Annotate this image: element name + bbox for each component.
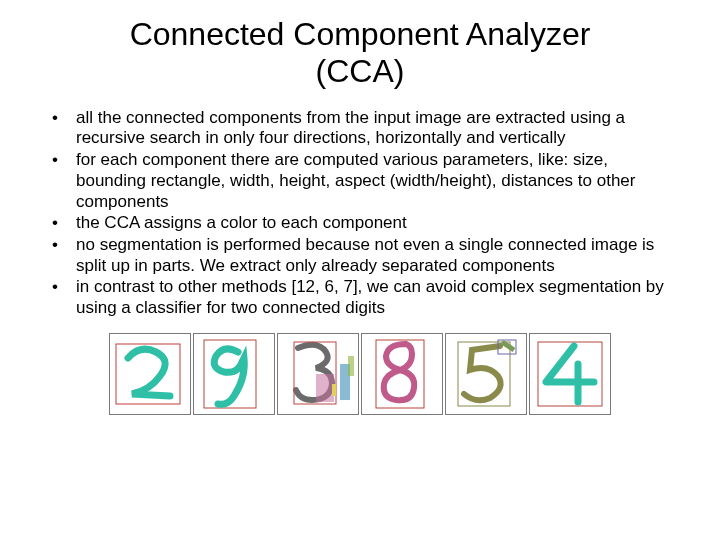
digit-8-icon	[362, 334, 442, 414]
svg-rect-3	[316, 374, 334, 402]
figure-row	[30, 333, 690, 415]
title-line-2: (CCA)	[316, 53, 405, 89]
svg-rect-6	[348, 356, 354, 376]
svg-rect-4	[332, 384, 336, 396]
bullet-item: all the connected components from the in…	[64, 108, 680, 149]
bullet-item: for each component there are computed va…	[64, 150, 680, 212]
digit-sample-5	[445, 333, 527, 415]
digit-sample-9	[193, 333, 275, 415]
bullet-item: no segmentation is performed because not…	[64, 235, 680, 276]
bullet-item: in contrast to other methods [12, 6, 7],…	[64, 277, 680, 318]
slide: Connected Component Analyzer (CCA) all t…	[0, 0, 720, 540]
digit-sample-3	[277, 333, 359, 415]
digit-sample-2	[109, 333, 191, 415]
bullet-list: all the connected components from the in…	[30, 108, 690, 319]
slide-title: Connected Component Analyzer (CCA)	[30, 16, 690, 90]
title-line-1: Connected Component Analyzer	[130, 16, 591, 52]
digit-sample-8	[361, 333, 443, 415]
digit-2-icon	[110, 334, 190, 414]
digit-5-icon	[446, 334, 526, 414]
digit-sample-4	[529, 333, 611, 415]
bullet-item: the CCA assigns a color to each componen…	[64, 213, 680, 234]
digit-4-icon	[530, 334, 610, 414]
digit-9-icon	[194, 334, 274, 414]
digit-3-icon	[278, 334, 358, 414]
